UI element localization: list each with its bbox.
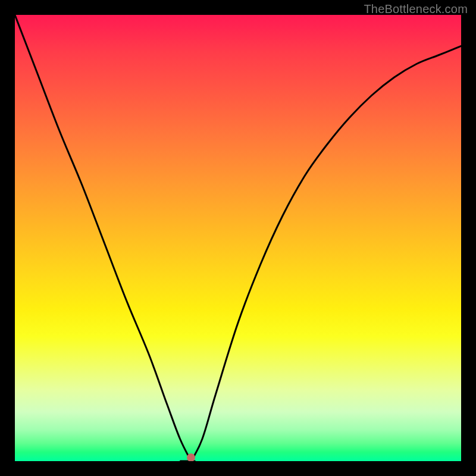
optimum-marker (187, 453, 195, 461)
watermark-label: TheBottleneck.com (364, 2, 468, 16)
curve-svg (15, 15, 461, 461)
plot-area (15, 15, 461, 461)
chart-frame: TheBottleneck.com (0, 0, 476, 476)
bottleneck-curve (15, 15, 461, 461)
